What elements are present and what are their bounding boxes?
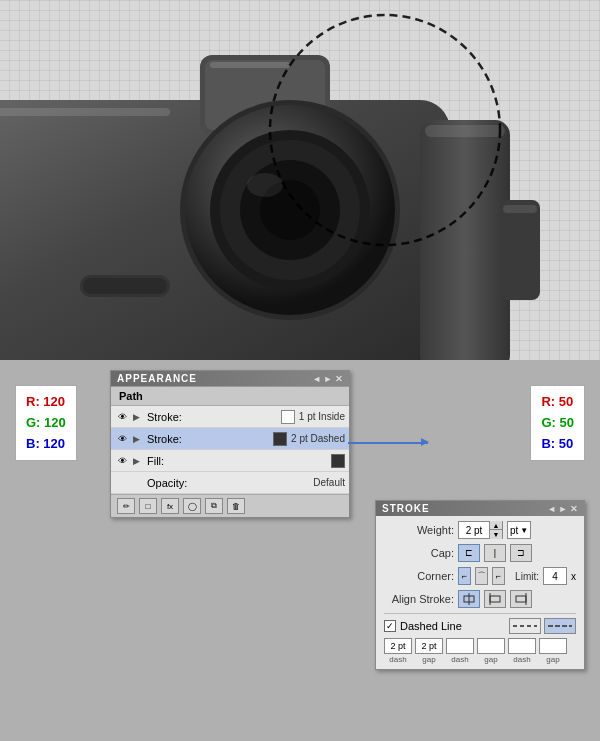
dash-field-1: dash bbox=[384, 638, 412, 664]
trash-icon[interactable]: 🗑 bbox=[227, 498, 245, 514]
svg-point-11 bbox=[247, 173, 283, 197]
fx-icon[interactable]: fx bbox=[161, 498, 179, 514]
gap-input-2[interactable] bbox=[477, 638, 505, 654]
dashed-checkbox[interactable]: ✓ bbox=[384, 620, 396, 632]
stroke-title: STROKE bbox=[382, 503, 430, 514]
dashed-preview-2[interactable] bbox=[544, 618, 576, 634]
appearance-row-fill[interactable]: 👁 ▶ Fill: bbox=[111, 450, 349, 472]
pen-tool-icon[interactable]: ✏ bbox=[117, 498, 135, 514]
corner-miter[interactable]: ⌐ bbox=[458, 567, 471, 585]
align-label: Align Stroke: bbox=[384, 593, 454, 605]
dash-sub-3: dash bbox=[513, 655, 530, 664]
arrow-1: ▶ bbox=[133, 412, 143, 422]
dropdown-arrow: ▼ bbox=[520, 526, 528, 535]
cap-butt[interactable]: ⊏ bbox=[458, 544, 480, 562]
opacity-value: Default bbox=[313, 477, 345, 488]
cap-round[interactable]: | bbox=[484, 544, 506, 562]
gap-sub-2: gap bbox=[484, 655, 497, 664]
gap-sub-3: gap bbox=[546, 655, 559, 664]
dash-field-2: dash bbox=[446, 638, 474, 664]
stroke-panel: STROKE ◄ ► ✕ Weight: ▲ ▼ pt ▼ bbox=[375, 500, 585, 670]
stroke2-value: 2 pt Dashed bbox=[291, 433, 345, 444]
align-row: Align Stroke: bbox=[384, 590, 576, 608]
appearance-footer: ✏ □ fx ◯ ⧉ 🗑 bbox=[111, 494, 349, 517]
arrow-2: ▶ bbox=[133, 434, 143, 444]
stroke-titlebar-controls[interactable]: ◄ ► ✕ bbox=[547, 504, 578, 514]
appearance-titlebar-controls[interactable]: ◄ ► ✕ bbox=[312, 374, 343, 384]
dash-sub-2: dash bbox=[451, 655, 468, 664]
dash-input-2[interactable] bbox=[446, 638, 474, 654]
weight-unit-dropdown[interactable]: pt ▼ bbox=[507, 521, 531, 539]
svg-rect-18 bbox=[503, 205, 537, 213]
gap-field-2: gap bbox=[477, 638, 505, 664]
rgb-r-right: R: 50 bbox=[541, 392, 574, 413]
square-icon[interactable]: □ bbox=[139, 498, 157, 514]
eye-icon-2[interactable]: 👁 bbox=[115, 432, 129, 446]
gap-input-3[interactable] bbox=[539, 638, 567, 654]
weight-spinners[interactable]: ▲ ▼ bbox=[489, 521, 502, 539]
svg-rect-23 bbox=[516, 596, 526, 602]
weight-input-group[interactable]: ▲ ▼ bbox=[458, 521, 503, 539]
align-outside[interactable] bbox=[510, 590, 532, 608]
canvas-area bbox=[0, 0, 600, 360]
corner-row: Corner: ⌐ ⌒ ⌐ Limit: x bbox=[384, 567, 576, 585]
rgb-r-left: R: 120 bbox=[26, 392, 66, 413]
arrow-pointer bbox=[348, 442, 428, 444]
svg-rect-21 bbox=[490, 596, 500, 602]
dash-input-3[interactable] bbox=[508, 638, 536, 654]
svg-rect-13 bbox=[425, 125, 505, 137]
rgb-label-right: R: 50 G: 50 B: 50 bbox=[530, 385, 585, 461]
weight-input[interactable] bbox=[459, 522, 489, 538]
svg-rect-1 bbox=[0, 108, 170, 116]
weight-label: Weight: bbox=[384, 524, 454, 536]
stroke-weight-row: Weight: ▲ ▼ pt ▼ bbox=[384, 521, 576, 539]
limit-input[interactable] bbox=[543, 567, 567, 585]
fill-label: Fill: bbox=[147, 455, 327, 467]
stroke-titlebar: STROKE ◄ ► ✕ bbox=[376, 501, 584, 516]
dashed-pattern-row: dash gap dash gap bbox=[384, 638, 576, 664]
appearance-row-stroke1[interactable]: 👁 ▶ Stroke: 1 pt Inside bbox=[111, 406, 349, 428]
dash-input-1[interactable] bbox=[384, 638, 412, 654]
svg-rect-15 bbox=[83, 278, 167, 294]
gap-field-3: gap bbox=[539, 638, 567, 664]
stroke1-label: Stroke: bbox=[147, 411, 277, 423]
svg-rect-4 bbox=[210, 62, 290, 68]
rgb-g-left: G: 120 bbox=[26, 413, 66, 434]
rgb-g-right: G: 50 bbox=[541, 413, 574, 434]
eye-icon-1[interactable]: 👁 bbox=[115, 410, 129, 424]
cap-label: Cap: bbox=[384, 547, 454, 559]
fill-swatch bbox=[331, 454, 345, 468]
eye-icon-3[interactable]: 👁 bbox=[115, 454, 129, 468]
appearance-titlebar: APPEARANCE ◄ ► ✕ bbox=[111, 371, 349, 386]
align-center[interactable] bbox=[458, 590, 480, 608]
dashed-checkbox-row: ✓ Dashed Line bbox=[384, 618, 576, 634]
circle-icon[interactable]: ◯ bbox=[183, 498, 201, 514]
dashed-preview-1[interactable] bbox=[509, 618, 541, 634]
stroke2-swatch bbox=[273, 432, 287, 446]
rgb-b-left: B: 120 bbox=[26, 434, 66, 455]
appearance-row-opacity[interactable]: 👁 ▶ Opacity: Default bbox=[111, 472, 349, 494]
dash-sub-1: dash bbox=[389, 655, 406, 664]
rgb-b-right: B: 50 bbox=[541, 434, 574, 455]
appearance-row-stroke2[interactable]: 👁 ▶ Stroke: 2 pt Dashed bbox=[111, 428, 349, 450]
align-inside[interactable] bbox=[484, 590, 506, 608]
corner-bevel[interactable]: ⌐ bbox=[492, 567, 505, 585]
opacity-label: Opacity: bbox=[147, 477, 309, 489]
appearance-panel: APPEARANCE ◄ ► ✕ Path 👁 ▶ Stroke: 1 pt I… bbox=[110, 370, 350, 518]
limit-unit: x bbox=[571, 571, 576, 582]
appearance-title: APPEARANCE bbox=[117, 373, 197, 384]
cap-square[interactable]: ⊐ bbox=[510, 544, 532, 562]
limit-label: Limit: bbox=[509, 571, 539, 582]
gap-field-1: gap bbox=[415, 638, 443, 664]
weight-up[interactable]: ▲ bbox=[490, 521, 502, 530]
stroke2-label: Stroke: bbox=[147, 433, 269, 445]
dash-field-3: dash bbox=[508, 638, 536, 664]
arrow-3: ▶ bbox=[133, 456, 143, 466]
rgb-label-left: R: 120 G: 120 B: 120 bbox=[15, 385, 77, 461]
corner-round[interactable]: ⌒ bbox=[475, 567, 488, 585]
path-label: Path bbox=[119, 390, 143, 402]
weight-down[interactable]: ▼ bbox=[490, 530, 502, 539]
duplicate-icon[interactable]: ⧉ bbox=[205, 498, 223, 514]
gap-sub-1: gap bbox=[422, 655, 435, 664]
gap-input-1[interactable] bbox=[415, 638, 443, 654]
